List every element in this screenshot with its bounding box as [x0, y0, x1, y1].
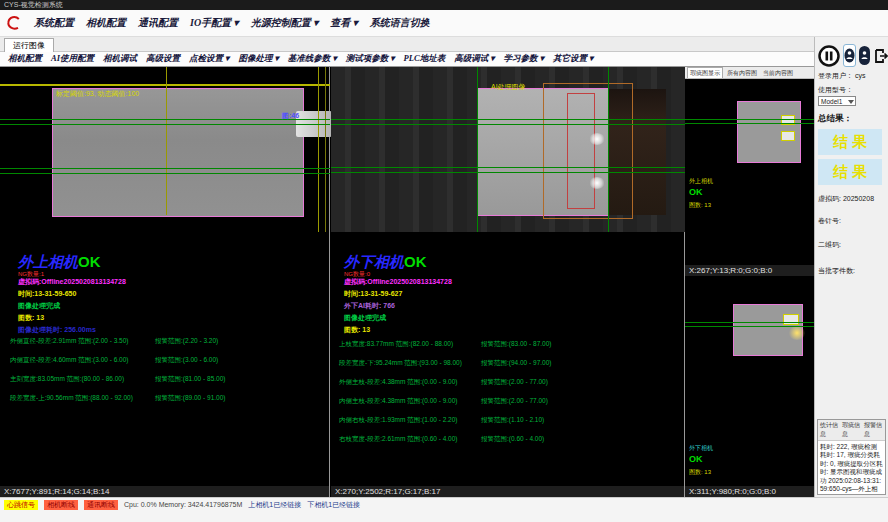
model-select-value: Model1	[821, 98, 842, 105]
process-status-text: 图像处理完成	[18, 301, 60, 311]
user-login-button[interactable]	[843, 44, 856, 67]
barcode-text: 虚拟码:Offline2025020813134728	[18, 277, 126, 287]
control-buttons	[818, 44, 888, 67]
guide-line-green	[608, 67, 609, 232]
camera-image-upper	[52, 88, 304, 217]
pin-highlight	[783, 314, 799, 325]
result-box-upper: 结 果	[818, 129, 882, 155]
barcode-text: 虚拟码:Offline2025020813134728	[344, 277, 452, 287]
tool-camera-config[interactable]: 相机配置	[8, 53, 42, 65]
baseline-green	[0, 119, 330, 120]
alarm-range-text: 报警范围:(83.00 - 87.00)	[481, 340, 551, 349]
measurement-text: 上枝宽度:83.77mm 范围:(82.00 - 88.00)	[339, 340, 453, 349]
tool-ai-config[interactable]: AI使用配置	[51, 53, 94, 65]
blue-tag-overlay: 图:46	[282, 111, 299, 121]
defect-view-top[interactable]: 外上相机 OK 图数: 13 X:267;Y:13;R:0;G:0;B:0	[685, 79, 814, 277]
info-log-box: 统计信息 瑕疵信息 报警信息 耗时: 222, 瑕疵检测耗时: 17, 瑕疵分类…	[817, 419, 886, 495]
tool-image-process[interactable]: 图像处理 ▾	[238, 53, 278, 65]
frame-count-text: 图数: 13	[689, 468, 711, 477]
tool-advanced-settings[interactable]: 高级设置	[146, 53, 180, 65]
menu-io-config[interactable]: IO手配置 ▾	[190, 16, 239, 30]
menu-comm-config[interactable]: 通讯配置	[138, 16, 178, 30]
defect-view-tabs: 瑕疵图显示 所有内容图 当前内容图	[685, 67, 814, 79]
result-ok-label: OK	[404, 253, 427, 270]
alarm-range-text: 报警范围:(89.00 - 91.00)	[155, 394, 225, 403]
tool-advanced-debug[interactable]: 高级调试 ▾	[454, 53, 494, 65]
frame-count-text: 图数: 13	[344, 325, 370, 335]
info-log-text: 耗时: 222, 瑕疵检测耗时: 17, 瑕疵分类耗时: 0, 瑕疵提取分区耗时…	[818, 441, 885, 495]
app-logo-icon	[6, 15, 22, 31]
glow-highlight	[789, 326, 805, 340]
tool-learn-params[interactable]: 学习参数 ▾	[504, 53, 544, 65]
alarm-range-text: 报警范围:(2.20 - 3.20)	[155, 337, 218, 346]
guide-line-green	[477, 67, 478, 232]
tool-plc-address[interactable]: PLC地址表	[404, 53, 446, 65]
tab-all-content[interactable]: 所有内容图	[725, 68, 759, 78]
pin-highlight	[781, 131, 795, 141]
tab-statistics-info[interactable]: 统计信息	[820, 421, 839, 439]
tool-camera-debug[interactable]: 相机调试	[103, 53, 137, 65]
pixel-coords-bar: X:270;Y:2502;R:17;G:17;B:17	[331, 486, 684, 497]
tab-current-content[interactable]: 当前内容图	[761, 68, 795, 78]
camera-view-upper[interactable]: 标定阈值:93, 动态阈值:100 图:46 外上相机OK NG数量:1 虚拟码…	[0, 67, 330, 497]
window-title: CYS-视觉检测系统	[4, 1, 63, 8]
model-label: 使用型号：	[818, 86, 853, 93]
alarm-range-text: 报警范围:(81.00 - 85.00)	[155, 375, 225, 384]
alarm-range-text: 报警范围:(1.10 - 2.10)	[481, 416, 544, 425]
camera-link-status-badge: 相机断线	[44, 500, 78, 510]
tool-other-settings[interactable]: 其它设置 ▾	[553, 53, 593, 65]
menu-camera-config[interactable]: 相机配置	[86, 16, 126, 30]
highlight-spot	[589, 133, 605, 145]
barcode-row: 虚拟码: 20250208	[818, 194, 888, 204]
result-ok-label: OK	[78, 253, 101, 270]
tab-run-image[interactable]: 运行图像	[4, 38, 54, 52]
defect-view-bottom[interactable]: 外下相机 OK 图数: 13 X:311;Y:980;R:0;G:0;B:0	[685, 276, 814, 497]
toolbar: 相机配置 AI使用配置 相机调试 高级设置 点检设置 ▾ 图像处理 ▾ 基准线参…	[0, 52, 814, 67]
baseline-green	[685, 123, 814, 124]
roi-rect-red	[567, 93, 595, 209]
result-ok-label: OK	[689, 454, 703, 464]
comm-link-status-badge: 通讯断线	[84, 500, 118, 510]
needle-row: 卷针号:	[818, 216, 888, 226]
baseline-green	[331, 172, 685, 173]
heartbeat-status-badge: 心跳信号	[4, 500, 38, 510]
baseline-green	[331, 119, 685, 120]
baseline-green	[0, 124, 330, 125]
pause-button[interactable]	[818, 45, 840, 67]
menu-light-config[interactable]: 光源控制配置 ▾	[251, 16, 319, 30]
tool-test-params[interactable]: 测试项参数 ▾	[346, 53, 395, 65]
operator-button[interactable]	[859, 46, 870, 65]
camera-view-lower[interactable]: AI处理图像 外下相机OK NG数量:0 虚拟码:Offline20250208…	[331, 67, 685, 497]
alarm-range-text: 报警范围:(0.60 - 4.00)	[481, 435, 544, 444]
model-select[interactable]: Model1	[818, 96, 856, 106]
process-status-text: 图像处理完成	[344, 313, 386, 323]
tab-bar: 运行图像	[0, 37, 888, 52]
tool-baseline-params[interactable]: 基准线参数 ▾	[288, 53, 337, 65]
measurement-text: 内侧直径-段差:4.60mm 范围:(3.00 - 6.00)	[10, 356, 128, 365]
baseline-green	[0, 173, 330, 174]
tab-defect-info[interactable]: 瑕疵信息	[842, 421, 861, 439]
menu-system-config[interactable]: 系统配置	[34, 16, 74, 30]
alarm-range-text: 报警范围:(3.00 - 6.00)	[155, 356, 218, 365]
camera-name-label: 外上相机	[18, 254, 78, 270]
frame-count-text: 图数: 13	[18, 313, 44, 323]
process-time-text: 图像处理耗时: 256.00ms	[18, 325, 96, 335]
model-row: 使用型号： Model1	[818, 85, 888, 106]
alarm-range-text: 报警范围:(2.00 - 77.00)	[481, 397, 548, 406]
measurement-text: 外侧直径-段差:2.91mm 范围:(2.00 - 3.50)	[10, 337, 128, 346]
batch-count-row: 当批零件数:	[818, 266, 888, 276]
menu-language-switch[interactable]: 系统语言切换	[370, 16, 430, 30]
tool-spotcheck-settings[interactable]: 点检设置 ▾	[189, 53, 229, 65]
tab-alarm-info[interactable]: 报警信息	[864, 421, 883, 439]
measurement-text: 段差宽度-下:95.24mm 范围:(93.00 - 98.00)	[339, 359, 462, 368]
baseline-green	[685, 119, 814, 120]
ai-image-overlay-text: AI处理图像	[491, 82, 526, 92]
qrcode-row: 二维码:	[818, 240, 888, 250]
measurement-text: 右枝宽度-段差:2.61mm 范围:(0.60 - 4.00)	[339, 435, 457, 444]
menu-view[interactable]: 查看 ▾	[330, 16, 358, 30]
window-titlebar: CYS-视觉检测系统	[0, 0, 888, 10]
exit-logout-icon[interactable]	[873, 48, 888, 64]
tab-defect-display[interactable]: 瑕疵图显示	[687, 67, 723, 78]
threshold-overlay-text: 标定阈值:93, 动态阈值:100	[56, 89, 139, 99]
alarm-range-text: 报警范围:(2.00 - 77.00)	[481, 378, 548, 387]
